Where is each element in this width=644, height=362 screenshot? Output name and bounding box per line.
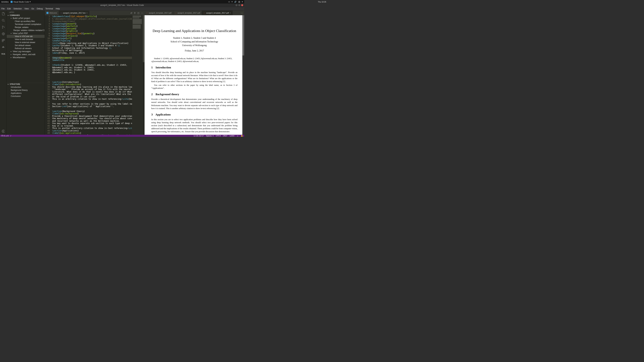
svg-rect-6 — [3, 39, 4, 40]
sidebar-item[interactable]: Recipe: xelatex->bibtex->exlatex*2 — [7, 29, 44, 32]
feedback-icon[interactable]: ☺ — [237, 135, 238, 137]
search-icon[interactable] — [1, 18, 6, 23]
eol[interactable]: CRLF — [223, 135, 227, 137]
pdf-paragraph: You can refer to other sections in the p… — [151, 84, 238, 90]
sidebar-item-label: Miscellaneous — [13, 56, 26, 59]
text-editor[interactable]: 1234567891011121314151617181920212223242… — [45, 15, 144, 135]
language-mode[interactable]: LaTeX — [230, 135, 234, 137]
sidebar-item[interactable]: ▾Build LaTeX project — [7, 17, 44, 20]
errors-icon[interactable]: ⓧ — [1, 135, 3, 137]
menu-selection[interactable]: Selection — [14, 7, 22, 10]
scrollbar-thumb[interactable] — [242, 15, 244, 55]
commands-tree: ▾Build LaTeX projectClean up auxiliary f… — [7, 16, 44, 59]
tab-welcome[interactable]: Welcome — [45, 10, 59, 15]
build-status-icon[interactable]: ✓ — [10, 135, 12, 137]
menu-help[interactable]: Help — [56, 7, 60, 10]
sidebar-item[interactable]: Terminate current compilation — [7, 23, 44, 26]
open-preview-icon[interactable]: ⚲ — [134, 12, 136, 14]
sidebar-item[interactable]: View in external viewer — [7, 41, 44, 44]
editor-scrollbar[interactable] — [143, 15, 144, 135]
close-tab-icon[interactable]: × — [230, 12, 231, 14]
app-name: Visual Studio Code — [13, 1, 29, 3]
chevron-down-icon: ▾ — [8, 83, 9, 85]
pdf-scrollbar[interactable] — [242, 15, 244, 135]
encoding[interactable]: UTF-8 — [216, 135, 220, 137]
more-actions-icon[interactable]: ⋯ — [141, 12, 143, 14]
sidebar: LATEX ▾ COMMANDS ▾Build LaTeX projectCle… — [7, 10, 45, 135]
explorer-icon[interactable] — [1, 11, 6, 16]
split-editor-icon[interactable]: ◫ — [137, 12, 139, 14]
app-menu[interactable]: Visual Studio Code ▾ — [10, 1, 30, 3]
gnome-top-panel: Activities Visual Studio Code ▾ Thu 10:2… — [0, 0, 244, 3]
pdf-section-1: 1 Introduction — [151, 66, 238, 69]
sidebar-item[interactable]: Set default viewer — [7, 44, 44, 47]
minimap[interactable] — [132, 15, 143, 135]
menu-view[interactable]: View — [24, 7, 29, 10]
structure-item[interactable]: Background theory — [7, 89, 44, 92]
sidebar-item[interactable]: ▾View LaTeX PDF — [7, 32, 44, 35]
tab-tex-file[interactable]: ⬚ assign3_template_2017.tex × — [59, 10, 90, 15]
menu-go[interactable]: Go — [31, 7, 34, 10]
menu-terminal[interactable]: Terminal — [46, 7, 53, 10]
docker-icon[interactable] — [1, 45, 6, 49]
structure-section-header[interactable]: ▾ STRUCTURE — [7, 83, 44, 85]
debug-icon[interactable] — [1, 32, 6, 36]
tex-file-icon: ⬚ — [60, 12, 62, 14]
close-button[interactable] — [241, 4, 243, 6]
network-icon[interactable]: ▾ — [232, 1, 232, 3]
sidebar-item[interactable]: ▸Navigate, select, and edit — [7, 53, 44, 56]
sidebar-item[interactable]: View in VSCode tab — [7, 35, 44, 38]
close-tab-icon[interactable]: × — [86, 12, 88, 14]
pdf-viewer[interactable]: Deep Learning and Applications in Object… — [144, 15, 244, 135]
errors-count[interactable]: 0 — [4, 135, 5, 137]
structure-item-label: Conclusion — [11, 95, 21, 97]
sidebar-item[interactable]: ▸Miscellaneous — [7, 56, 44, 59]
warnings-count[interactable]: 0 — [8, 135, 8, 137]
indentation[interactable]: Spaces: 4 — [206, 135, 213, 137]
menu-edit[interactable]: Edit — [7, 7, 11, 10]
extensions-icon[interactable] — [1, 38, 6, 43]
structure-item[interactable]: Applications — [7, 92, 44, 95]
warnings-icon[interactable]: ⚠ — [5, 135, 7, 137]
sidebar-item[interactable]: View in web browser — [7, 38, 44, 41]
pdf-page: Deep Learning and Applications in Object… — [144, 15, 244, 135]
activities-button[interactable]: Activities — [1, 1, 8, 3]
settings-gear-icon[interactable] — [1, 129, 6, 133]
menu-file[interactable]: File — [1, 7, 4, 10]
battery-icon[interactable]: ▭ — [228, 1, 230, 3]
svg-rect-5 — [2, 39, 3, 40]
latex-workshop-icon[interactable]: TEX — [1, 52, 6, 56]
sidebar-item[interactable]: Refresh all viewers — [7, 47, 44, 50]
structure-item[interactable]: Conclusion — [7, 95, 44, 98]
code-content[interactable]: \documentclass[12pt,a4paper]{article}% \… — [52, 15, 132, 135]
notifications-icon[interactable]: 🔔 — [241, 135, 243, 137]
sidebar-item[interactable]: ▸View Log messages — [7, 50, 44, 53]
chevron-down-icon[interactable]: ▾ — [242, 1, 243, 3]
cursor-position[interactable]: Ln 18, Col 17 — [194, 135, 204, 137]
tab-pdf-3[interactable]: ⬚ assign3_template_2017.pdf × — [202, 10, 232, 15]
maximize-button[interactable] — [238, 4, 240, 6]
more-actions-icon[interactable]: ⋯ — [241, 12, 243, 14]
volume-icon[interactable]: 🔊 — [234, 1, 237, 3]
svg-point-0 — [2, 19, 4, 21]
window-titlebar: assign3_template_2017.tex - Visual Studi… — [0, 3, 244, 7]
menu-debug[interactable]: Debug — [37, 7, 42, 10]
scrollbar-thumb[interactable] — [143, 15, 144, 62]
sidebar-item[interactable]: Clean up auxiliary files — [7, 20, 44, 23]
source-control-icon[interactable] — [1, 25, 6, 29]
sidebar-item-label: Recipe: xelatex->bibtex->exlatex*2 — [14, 29, 44, 31]
sidebar-item-label: Recipe: xelatex — [15, 26, 28, 28]
minimize-button[interactable] — [236, 4, 238, 6]
sidebar-title: LATEX — [7, 10, 44, 14]
sidebar-item[interactable]: Recipe: xelatex — [7, 26, 44, 29]
tab-pdf-2[interactable]: ⬚ assign3_template_2017.pdf — [173, 10, 202, 15]
compare-changes-icon[interactable]: ⇄ — [130, 12, 132, 14]
tab-label: assign3_template_2017.tex — [63, 12, 86, 14]
power-icon[interactable]: ⏻ — [238, 1, 240, 3]
sidebar-item-label: Navigate, select, and edit — [13, 53, 36, 56]
chevron-icon: ▸ — [11, 51, 12, 52]
commands-section-header[interactable]: ▾ COMMANDS — [7, 14, 44, 16]
editor-group: Welcome ⬚ assign3_template_2017.tex × ⇄ … — [45, 10, 144, 135]
tab-pdf-1[interactable]: ⬚ assign3_template_2017.pdf — [144, 10, 173, 15]
structure-item[interactable]: Introduction — [7, 86, 44, 89]
